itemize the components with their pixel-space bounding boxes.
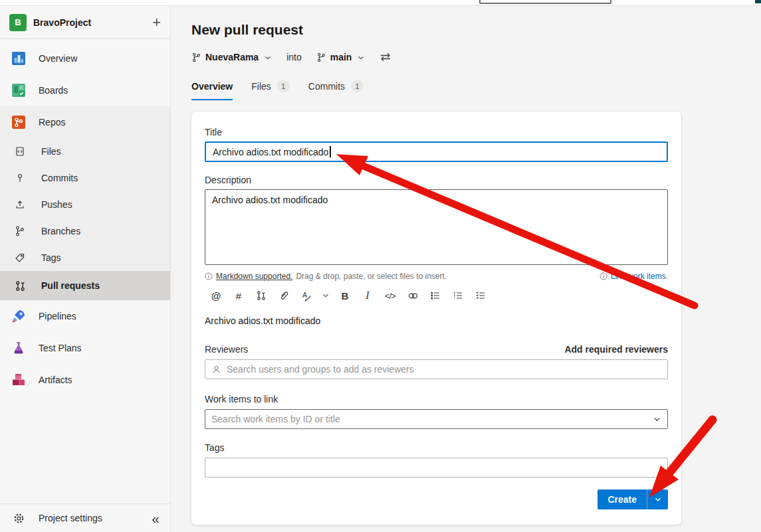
reviewers-placeholder: Search users and groups to add as review… [227,364,414,375]
branches-icon [12,226,28,236]
branch-icon [191,52,201,62]
gear-icon [11,513,27,524]
tab-files[interactable]: Files 1 [251,76,290,100]
add-project-icon[interactable]: + [152,16,161,29]
link-work-items-link[interactable]: Link work items. [611,272,668,281]
sidebar-item-label: Pushes [41,199,72,210]
sidebar-item-artifacts[interactable]: Artifacts [0,364,170,396]
form-actions: Create [205,489,668,509]
project-settings[interactable]: Project settings « [0,503,170,532]
main-content: New pull request NuevaRama into main Ove… [171,6,761,532]
work-item-hash-icon[interactable]: # [227,287,250,304]
sidebar-item-label: Pipelines [39,311,76,321]
add-required-reviewers-button[interactable]: Add required reviewers [564,344,668,355]
markdown-supported-link[interactable]: Markdown supported. [216,272,292,281]
sidebar-item-test-plans[interactable]: Test Plans [0,332,170,364]
link-icon[interactable] [401,287,424,304]
tab-label: Commits [308,81,345,92]
title-input[interactable]: Archivo adios.txt modificado [205,141,668,162]
create-split-button: Create [598,489,668,509]
files-count-badge: 1 [277,80,290,92]
project-avatar: B [9,14,27,31]
sidebar-item-label: Boards [39,85,68,96]
sidebar-item-branches[interactable]: Branches [0,218,170,244]
search-input-partial[interactable] [479,0,611,4]
chevron-down-icon[interactable] [653,415,661,424]
work-items-search-input[interactable]: Search work items by ID or title [205,409,668,429]
editor-hint-row: Markdown supported. Drag & drop, paste, … [205,272,668,281]
work-items-label: Work items to link [205,394,668,404]
sidebar-item-label: Overview [39,53,77,64]
project-header: B BravoProject + [0,6,170,39]
tags-icon [12,252,28,263]
test-plans-icon [11,340,27,356]
collapse-sidebar-icon[interactable]: « [152,511,160,525]
sidebar-item-tags[interactable]: Tags [0,244,170,271]
create-button[interactable]: Create [598,489,647,509]
sidebar-item-pull-requests[interactable]: Pull requests [0,271,170,300]
sidebar-item-repos[interactable]: Repos [0,106,170,138]
chevron-down-icon[interactable] [264,54,272,62]
swap-branches-icon[interactable] [380,52,391,62]
boards-icon [11,82,27,98]
format-icon[interactable]: A [295,287,318,304]
reviewers-search-input[interactable]: Search users and groups to add as review… [205,359,668,379]
pushes-icon [12,199,28,210]
bulleted-list-icon[interactable] [424,287,447,304]
repos-icon [11,114,27,130]
sidebar-item-pushes[interactable]: Pushes [0,191,170,218]
mention-icon[interactable]: @ [205,287,227,304]
bold-icon[interactable]: B [334,287,356,304]
numbered-list-icon[interactable] [447,287,469,304]
tab-overview[interactable]: Overview [191,76,233,100]
sidebar-item-commits[interactable]: Commits [0,165,170,191]
page-title: New pull request [191,22,303,38]
divider [0,39,170,39]
files-icon [12,146,28,157]
format-dropdown-icon[interactable] [318,287,334,304]
tab-commits[interactable]: Commits 1 [308,76,364,100]
pull-requests-icon [12,280,28,292]
sidebar-item-overview[interactable]: Overview [0,43,170,74]
tab-label: Files [251,81,271,92]
pull-request-link-icon[interactable] [250,287,272,304]
italic-icon[interactable]: I [356,287,379,304]
tab-bar: Overview Files 1 Commits 1 [191,76,364,100]
tab-label: Overview [191,81,233,92]
info-icon [205,272,213,280]
description-label: Description [205,175,668,185]
branch-icon [316,52,326,62]
title-label: Title [205,127,668,137]
artifacts-icon [11,372,27,388]
markdown-toolbar: @ # A B I </> [205,287,668,304]
title-value: Archivo adios.txt modificado [213,147,328,157]
sidebar-item-files[interactable]: Files [0,138,170,165]
commits-icon [12,173,28,183]
create-dropdown-button[interactable] [647,489,668,509]
project-settings-label: Project settings [39,513,102,523]
pipelines-icon [11,308,27,324]
pull-request-form-card: Title Archivo adios.txt modificado Descr… [191,112,681,525]
sidebar-item-label: Pull requests [41,280,100,291]
tags-input[interactable] [205,458,668,478]
top-bar-partial [0,0,761,6]
sidebar-item-label: Tags [41,252,61,263]
sidebar: B BravoProject + Overview Boards Repos F… [0,6,171,532]
avatar-fragment [755,0,761,3]
project-name[interactable]: BravoProject [33,17,146,28]
chevron-down-icon[interactable] [357,54,365,62]
branch-selector-row: NuevaRama into main [191,52,391,62]
task-list-icon[interactable] [469,287,492,304]
overview-icon [11,50,27,66]
attachment-icon[interactable] [272,287,295,304]
info-icon [599,272,607,280]
sidebar-item-label: Branches [41,226,80,236]
sidebar-item-boards[interactable]: Boards [0,74,170,106]
code-icon[interactable]: </> [379,287,401,304]
sidebar-item-pipelines[interactable]: Pipelines [0,300,170,332]
description-textarea[interactable]: Archivo adios.txt modificado [205,189,668,265]
reviewers-label: Reviewers [205,344,248,355]
tags-label: Tags [205,442,668,453]
target-branch[interactable]: main [330,52,352,62]
source-branch[interactable]: NuevaRama [205,52,259,62]
